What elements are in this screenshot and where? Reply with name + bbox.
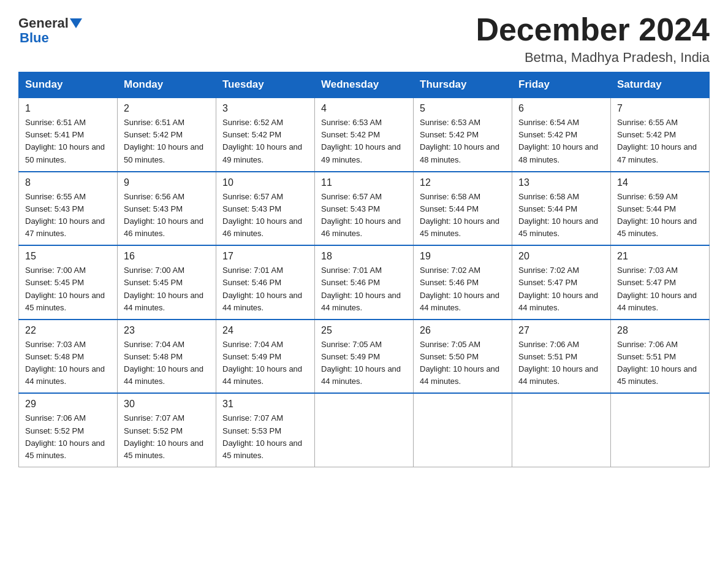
day-info: Sunrise: 7:07 AMSunset: 5:53 PMDaylight:…: [222, 412, 308, 462]
day-info: Sunrise: 6:54 AMSunset: 5:42 PMDaylight:…: [518, 117, 604, 166]
day-info: Sunrise: 6:53 AMSunset: 5:42 PMDaylight:…: [420, 117, 506, 166]
day-info: Sunrise: 7:04 AMSunset: 5:49 PMDaylight:…: [222, 339, 308, 388]
day-info: Sunrise: 7:00 AMSunset: 5:45 PMDaylight:…: [124, 264, 210, 314]
day-number: 24: [222, 325, 308, 336]
day-number: 3: [222, 103, 308, 114]
calendar-cell: [512, 393, 611, 467]
location-subtitle: Betma, Madhya Pradesh, India: [476, 50, 710, 66]
day-number: 15: [25, 251, 111, 262]
calendar-cell: 14Sunrise: 6:59 AMSunset: 5:44 PMDayligh…: [611, 172, 710, 246]
calendar-cell: 10Sunrise: 6:57 AMSunset: 5:43 PMDayligh…: [216, 172, 315, 246]
day-info: Sunrise: 7:05 AMSunset: 5:49 PMDaylight:…: [321, 339, 407, 388]
day-info: Sunrise: 7:02 AMSunset: 5:46 PMDaylight:…: [420, 264, 506, 314]
calendar-week-row: 22Sunrise: 7:03 AMSunset: 5:48 PMDayligh…: [19, 320, 710, 394]
day-number: 9: [124, 177, 210, 188]
calendar-cell: 5Sunrise: 6:53 AMSunset: 5:42 PMDaylight…: [414, 98, 512, 172]
calendar-cell: 20Sunrise: 7:02 AMSunset: 5:47 PMDayligh…: [512, 245, 611, 320]
calendar-cell: 17Sunrise: 7:01 AMSunset: 5:46 PMDayligh…: [216, 245, 315, 320]
day-info: Sunrise: 7:03 AMSunset: 5:47 PMDaylight:…: [617, 264, 703, 314]
day-number: 31: [222, 399, 308, 410]
day-number: 5: [420, 103, 506, 114]
day-number: 26: [420, 325, 506, 336]
day-number: 27: [518, 325, 604, 336]
day-number: 12: [420, 177, 506, 188]
page-header: General Blue December 2024 Betma, Madhya…: [18, 12, 710, 66]
day-info: Sunrise: 6:56 AMSunset: 5:43 PMDaylight:…: [124, 191, 210, 240]
calendar-cell: 18Sunrise: 7:01 AMSunset: 5:46 PMDayligh…: [315, 245, 414, 320]
day-number: 20: [518, 251, 604, 262]
day-info: Sunrise: 7:06 AMSunset: 5:52 PMDaylight:…: [25, 412, 111, 462]
calendar-week-row: 8Sunrise: 6:55 AMSunset: 5:43 PMDaylight…: [19, 172, 710, 246]
day-info: Sunrise: 6:57 AMSunset: 5:43 PMDaylight:…: [321, 191, 407, 240]
weekday-header-sunday: Sunday: [19, 72, 118, 98]
calendar-cell: 1Sunrise: 6:51 AMSunset: 5:41 PMDaylight…: [19, 98, 118, 172]
title-block: December 2024 Betma, Madhya Pradesh, Ind…: [476, 12, 710, 66]
calendar-cell: [611, 393, 710, 467]
calendar-cell: 16Sunrise: 7:00 AMSunset: 5:45 PMDayligh…: [118, 245, 216, 320]
day-info: Sunrise: 6:53 AMSunset: 5:42 PMDaylight:…: [321, 117, 407, 166]
calendar-cell: 22Sunrise: 7:03 AMSunset: 5:48 PMDayligh…: [19, 320, 118, 394]
day-number: 30: [124, 399, 210, 410]
calendar-cell: [414, 393, 512, 467]
day-number: 4: [321, 103, 407, 114]
calendar-cell: 11Sunrise: 6:57 AMSunset: 5:43 PMDayligh…: [315, 172, 414, 246]
calendar-cell: [315, 393, 414, 467]
day-info: Sunrise: 7:03 AMSunset: 5:48 PMDaylight:…: [25, 339, 111, 388]
calendar-cell: 13Sunrise: 6:58 AMSunset: 5:44 PMDayligh…: [512, 172, 611, 246]
day-number: 6: [518, 103, 604, 114]
calendar-week-row: 29Sunrise: 7:06 AMSunset: 5:52 PMDayligh…: [19, 393, 710, 467]
calendar-cell: 4Sunrise: 6:53 AMSunset: 5:42 PMDaylight…: [315, 98, 414, 172]
calendar-cell: 19Sunrise: 7:02 AMSunset: 5:46 PMDayligh…: [414, 245, 512, 320]
day-info: Sunrise: 6:51 AMSunset: 5:41 PMDaylight:…: [25, 117, 111, 166]
day-number: 7: [617, 103, 703, 114]
calendar-cell: 25Sunrise: 7:05 AMSunset: 5:49 PMDayligh…: [315, 320, 414, 394]
day-number: 14: [617, 177, 703, 188]
day-info: Sunrise: 6:57 AMSunset: 5:43 PMDaylight:…: [222, 191, 308, 240]
day-info: Sunrise: 6:55 AMSunset: 5:42 PMDaylight:…: [617, 117, 703, 166]
calendar-cell: 8Sunrise: 6:55 AMSunset: 5:43 PMDaylight…: [19, 172, 118, 246]
day-number: 16: [124, 251, 210, 262]
day-info: Sunrise: 6:58 AMSunset: 5:44 PMDaylight:…: [420, 191, 506, 240]
day-number: 10: [222, 177, 308, 188]
weekday-header-monday: Monday: [118, 72, 216, 98]
calendar-cell: 30Sunrise: 7:07 AMSunset: 5:52 PMDayligh…: [118, 393, 216, 467]
day-number: 28: [617, 325, 703, 336]
calendar-table: SundayMondayTuesdayWednesdayThursdayFrid…: [18, 72, 710, 467]
calendar-cell: 7Sunrise: 6:55 AMSunset: 5:42 PMDaylight…: [611, 98, 710, 172]
day-number: 21: [617, 251, 703, 262]
calendar-cell: 31Sunrise: 7:07 AMSunset: 5:53 PMDayligh…: [216, 393, 315, 467]
day-info: Sunrise: 7:01 AMSunset: 5:46 PMDaylight:…: [222, 264, 308, 314]
logo: General Blue: [18, 12, 83, 46]
calendar-week-row: 1Sunrise: 6:51 AMSunset: 5:41 PMDaylight…: [19, 98, 710, 172]
day-number: 11: [321, 177, 407, 188]
calendar-cell: 2Sunrise: 6:51 AMSunset: 5:42 PMDaylight…: [118, 98, 216, 172]
day-number: 25: [321, 325, 407, 336]
day-info: Sunrise: 7:00 AMSunset: 5:45 PMDaylight:…: [25, 264, 111, 314]
day-number: 1: [25, 103, 111, 114]
weekday-header-thursday: Thursday: [414, 72, 512, 98]
day-number: 13: [518, 177, 604, 188]
calendar-cell: 27Sunrise: 7:06 AMSunset: 5:51 PMDayligh…: [512, 320, 611, 394]
day-number: 22: [25, 325, 111, 336]
weekday-header-wednesday: Wednesday: [315, 72, 414, 98]
logo-general-text: General: [18, 15, 69, 31]
day-info: Sunrise: 7:06 AMSunset: 5:51 PMDaylight:…: [617, 339, 703, 388]
calendar-cell: 12Sunrise: 6:58 AMSunset: 5:44 PMDayligh…: [414, 172, 512, 246]
day-number: 17: [222, 251, 308, 262]
calendar-cell: 29Sunrise: 7:06 AMSunset: 5:52 PMDayligh…: [19, 393, 118, 467]
day-number: 8: [25, 177, 111, 188]
weekday-header-tuesday: Tuesday: [216, 72, 315, 98]
day-number: 18: [321, 251, 407, 262]
day-info: Sunrise: 7:01 AMSunset: 5:46 PMDaylight:…: [321, 264, 407, 314]
calendar-cell: 23Sunrise: 7:04 AMSunset: 5:48 PMDayligh…: [118, 320, 216, 394]
logo-blue-text: Blue: [20, 30, 49, 45]
calendar-cell: 26Sunrise: 7:05 AMSunset: 5:50 PMDayligh…: [414, 320, 512, 394]
day-info: Sunrise: 7:07 AMSunset: 5:52 PMDaylight:…: [124, 412, 210, 462]
calendar-week-row: 15Sunrise: 7:00 AMSunset: 5:45 PMDayligh…: [19, 245, 710, 320]
calendar-cell: 6Sunrise: 6:54 AMSunset: 5:42 PMDaylight…: [512, 98, 611, 172]
day-info: Sunrise: 6:51 AMSunset: 5:42 PMDaylight:…: [124, 117, 210, 166]
calendar-cell: 15Sunrise: 7:00 AMSunset: 5:45 PMDayligh…: [19, 245, 118, 320]
weekday-header-friday: Friday: [512, 72, 611, 98]
logo-triangle-icon: [70, 18, 82, 28]
day-info: Sunrise: 6:59 AMSunset: 5:44 PMDaylight:…: [617, 191, 703, 240]
